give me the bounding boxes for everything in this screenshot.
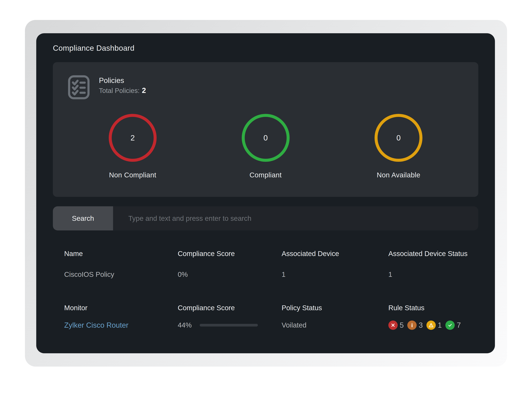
compliant-label: Compliant — [250, 171, 282, 179]
rule-warning-count: 1 — [438, 321, 442, 329]
rule-success-count: 7 — [457, 321, 461, 329]
header-compliance-score: Compliance Score — [178, 249, 282, 258]
policy-score-value: 0% — [178, 271, 282, 279]
header-name: Name — [64, 249, 178, 258]
page-background: Compliance Dashboard Policies Total Poli… — [25, 20, 507, 367]
policies-panel-header: Policies Total Policies: 2 — [66, 75, 465, 100]
monitor-table-row: Zylker Cisco Router 44% Voilated — [64, 321, 478, 330]
header-monitor: Monitor — [64, 304, 178, 313]
rule-status-cell: 5 i 3 — [388, 321, 478, 330]
associated-device-value: 1 — [282, 271, 388, 279]
header-associated-device-status: Associated Device Status — [388, 249, 478, 258]
non-available-label: Non Available — [377, 171, 420, 179]
page-title: Compliance Dashboard — [53, 44, 478, 52]
non-available-ring: 0 — [374, 114, 422, 162]
total-policies-label: Total Policies: — [99, 87, 140, 95]
monitor-link[interactable]: Zylker Cisco Router — [64, 321, 128, 329]
total-policies-value: 2 — [142, 86, 146, 95]
rule-status-success: 7 — [445, 321, 461, 330]
associated-device-status-value: 1 — [388, 271, 478, 279]
compliant-count: 0 — [264, 133, 268, 142]
search-scope-button[interactable]: Search — [53, 206, 113, 230]
non-available-count: 0 — [396, 133, 401, 142]
search-bar: Search — [53, 206, 478, 230]
header-associated-device: Associated Device — [282, 249, 388, 258]
non-compliant-count: 2 — [131, 133, 135, 142]
rule-status-error: 5 — [388, 321, 404, 330]
monitor-score-value: 44% — [178, 321, 192, 329]
policy-status-rings: 2 Non Compliant 0 Compliant 0 Non Availa… — [66, 114, 465, 179]
non-compliant-label: Non Compliant — [109, 171, 156, 179]
compliance-dashboard-card: Compliance Dashboard Policies Total Poli… — [36, 33, 495, 353]
policy-table: Name Compliance Score Associated Device … — [53, 243, 478, 279]
search-scope-label: Search — [72, 215, 94, 222]
policy-name-value: CiscoIOS Policy — [64, 271, 178, 279]
info-icon: i — [407, 321, 417, 330]
policies-title: Policies — [99, 76, 146, 85]
monitor-score-cell: 44% — [178, 321, 282, 329]
header-policy-status: Policy Status — [282, 304, 388, 313]
stat-non-available: 0 Non Available — [332, 114, 465, 179]
policy-table-header-row: Name Compliance Score Associated Device … — [64, 243, 478, 264]
rule-status-info: i 3 — [407, 321, 423, 330]
stat-non-compliant: 2 Non Compliant — [66, 114, 199, 179]
search-input[interactable] — [113, 206, 478, 230]
stat-compliant: 0 Compliant — [199, 114, 332, 179]
compliance-progress-track — [200, 324, 258, 327]
non-compliant-ring: 2 — [109, 114, 157, 162]
warning-triangle-icon — [426, 321, 436, 330]
policy-table-row: CiscoIOS Policy 0% 1 1 — [64, 271, 478, 279]
total-policies: Total Policies: 2 — [99, 86, 146, 95]
check-icon — [445, 321, 455, 330]
rule-error-count: 5 — [400, 321, 404, 329]
rule-info-count: 3 — [419, 321, 423, 329]
rule-status-warning: 1 — [426, 321, 442, 330]
policies-checklist-icon — [66, 75, 91, 100]
x-icon — [388, 321, 398, 330]
policies-panel-text: Policies Total Policies: 2 — [99, 76, 146, 95]
monitor-table-header-row: Monitor Compliance Score Policy Status R… — [64, 304, 478, 313]
monitor-table: Monitor Compliance Score Policy Status R… — [53, 304, 478, 330]
policies-summary-panel: Policies Total Policies: 2 2 Non Complia… — [53, 62, 478, 197]
compliant-ring: 0 — [242, 114, 290, 162]
header-monitor-compliance-score: Compliance Score — [178, 304, 282, 313]
policy-status-value: Voilated — [282, 321, 388, 329]
header-rule-status: Rule Status — [388, 304, 478, 313]
